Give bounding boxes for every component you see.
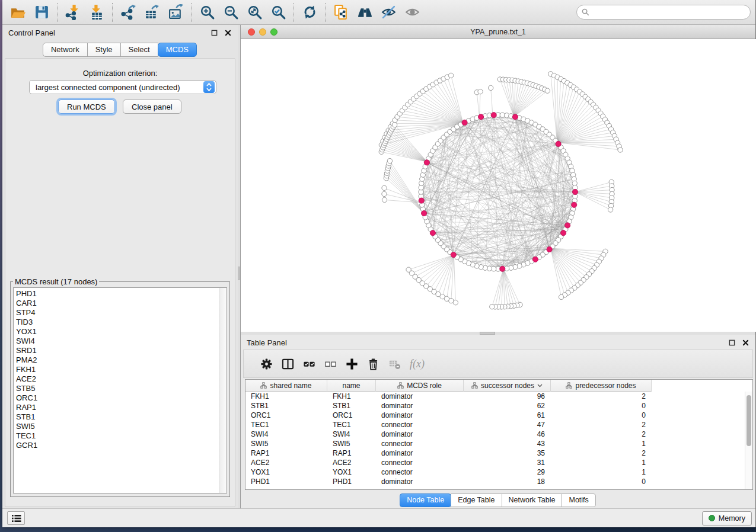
table-row[interactable]: SWI4SWI4dominator462 [245, 430, 752, 439]
window-close-icon[interactable] [248, 28, 255, 36]
table-cell[interactable]: ACE2 [245, 459, 327, 467]
open-file-button[interactable] [6, 2, 30, 23]
table-cell[interactable]: 29 [464, 468, 551, 476]
table-row[interactable]: ORC1ORC1dominator610 [245, 411, 752, 420]
table-cell[interactable]: 18 [464, 477, 551, 486]
table-cell[interactable]: connector [376, 468, 464, 476]
tab-node-table[interactable]: Node Table [400, 493, 451, 507]
table-row[interactable]: ACE2ACE2connector311 [245, 458, 752, 467]
table-cell[interactable]: dominator [376, 402, 464, 410]
table-row[interactable]: PHD1PHD1dominator180 [245, 477, 752, 486]
table-cell[interactable]: FKH1 [327, 392, 376, 400]
table-cell[interactable]: connector [376, 421, 464, 429]
close-panel-icon[interactable] [224, 29, 232, 37]
mcds-node-item[interactable]: SWI5 [16, 422, 217, 431]
network-view-canvas[interactable] [241, 39, 756, 332]
close-panel-icon[interactable] [742, 339, 749, 347]
table-cell[interactable]: 0 [551, 477, 652, 486]
show-columns-button[interactable] [277, 353, 298, 374]
window-minimize-icon[interactable] [259, 28, 266, 36]
select-all-button[interactable] [298, 353, 320, 374]
show-network-view-button[interactable] [400, 2, 424, 23]
tab-network[interactable]: Network [43, 43, 88, 57]
tab-edge-table[interactable]: Edge Table [451, 493, 502, 507]
table-options-button[interactable] [256, 353, 277, 374]
table-row[interactable]: TEC1TEC1connector472 [245, 420, 752, 430]
deselect-all-button[interactable] [320, 353, 341, 374]
zoom-out-button[interactable] [219, 2, 243, 23]
mcds-node-item[interactable]: ORC1 [16, 393, 217, 403]
float-panel-icon[interactable] [728, 339, 736, 347]
table-cell[interactable]: PHD1 [245, 477, 327, 486]
import-network-button[interactable] [61, 2, 85, 23]
import-table-button[interactable] [85, 2, 109, 23]
table-scrollbar-thumb[interactable] [747, 395, 751, 446]
mcds-node-item[interactable]: TID3 [16, 318, 217, 327]
table-cell[interactable]: dominator [376, 430, 464, 438]
mcds-node-item[interactable]: YOX1 [16, 327, 217, 336]
column-header-name[interactable]: name [327, 380, 376, 392]
table-cell[interactable]: 1 [551, 468, 652, 476]
table-cell[interactable]: 0 [551, 402, 652, 410]
table-cell[interactable]: STB1 [327, 402, 376, 410]
table-cell[interactable]: YOX1 [327, 468, 376, 476]
share-document-button[interactable] [329, 2, 353, 23]
mcds-node-item[interactable]: CAR1 [16, 299, 217, 308]
tab-network-table[interactable]: Network Table [502, 493, 563, 507]
table-cell[interactable]: 43 [464, 440, 551, 448]
mcds-list-scrollbar[interactable] [219, 288, 227, 493]
table-cell[interactable]: 46 [464, 430, 551, 438]
table-cell[interactable]: 2 [551, 449, 652, 457]
criterion-select[interactable]: largest connected component (undirected) [29, 80, 216, 94]
table-cell[interactable]: ACE2 [327, 459, 376, 467]
table-cell[interactable]: RAP1 [245, 449, 327, 457]
table-cell[interactable]: 2 [551, 430, 652, 438]
table-cell[interactable]: TEC1 [327, 421, 376, 429]
table-cell[interactable]: 2 [551, 392, 652, 400]
delete-column-button[interactable] [362, 353, 384, 374]
function-builder-icon[interactable]: f(x) [410, 358, 425, 370]
table-cell[interactable]: ORC1 [327, 411, 376, 419]
window-maximize-icon[interactable] [270, 28, 277, 36]
table-row[interactable]: YOX1YOX1connector291 [245, 467, 752, 477]
tab-select[interactable]: Select [120, 43, 158, 57]
zoom-fit-button[interactable] [243, 2, 266, 23]
zoom-in-button[interactable] [195, 2, 219, 23]
table-cell[interactable]: ORC1 [245, 411, 327, 419]
memory-button[interactable]: Memory [702, 511, 752, 525]
search-input[interactable] [589, 7, 750, 18]
column-header-mcds-role[interactable]: MCDS role [376, 380, 464, 392]
table-row[interactable]: SWI5SWI5connector431 [245, 439, 752, 448]
float-panel-icon[interactable] [210, 29, 218, 37]
table-row[interactable]: STB1STB1dominator620 [245, 401, 752, 411]
table-cell[interactable]: dominator [376, 449, 464, 457]
table-row[interactable]: RAP1RAP1dominator352 [245, 448, 752, 458]
table-cell[interactable]: 31 [464, 459, 551, 467]
table-cell[interactable]: dominator [376, 411, 464, 419]
search-networks-button[interactable] [353, 2, 377, 23]
table-cell[interactable]: dominator [376, 477, 464, 486]
tab-style[interactable]: Style [87, 43, 121, 57]
run-mcds-button[interactable]: Run MCDS [58, 100, 115, 114]
table-cell[interactable]: 1 [551, 459, 652, 467]
mcds-node-item[interactable]: GCR1 [16, 441, 217, 450]
mcds-node-item[interactable]: SRD1 [16, 346, 217, 355]
table-cell[interactable]: 96 [464, 392, 551, 400]
table-scrollbar[interactable] [745, 392, 752, 489]
tab-motifs[interactable]: Motifs [562, 493, 595, 507]
table-cell[interactable]: FKH1 [245, 392, 327, 400]
export-image-button[interactable] [164, 2, 187, 23]
mcds-node-item[interactable]: FKH1 [16, 365, 217, 374]
export-table-button[interactable] [140, 2, 164, 23]
mcds-node-item[interactable]: RAP1 [16, 403, 217, 412]
table-cell[interactable]: SWI4 [245, 430, 327, 438]
table-cell[interactable]: 47 [464, 421, 551, 429]
table-cell[interactable]: connector [376, 459, 464, 467]
mcds-node-item[interactable]: PMA2 [16, 355, 217, 365]
column-header-shared-name[interactable]: shared name [245, 380, 327, 392]
save-session-button[interactable] [30, 2, 53, 23]
table-cell[interactable]: RAP1 [327, 449, 376, 457]
delete-table-button[interactable] [384, 353, 405, 374]
table-cell[interactable]: SWI5 [327, 440, 376, 448]
table-cell[interactable]: dominator [376, 392, 464, 400]
